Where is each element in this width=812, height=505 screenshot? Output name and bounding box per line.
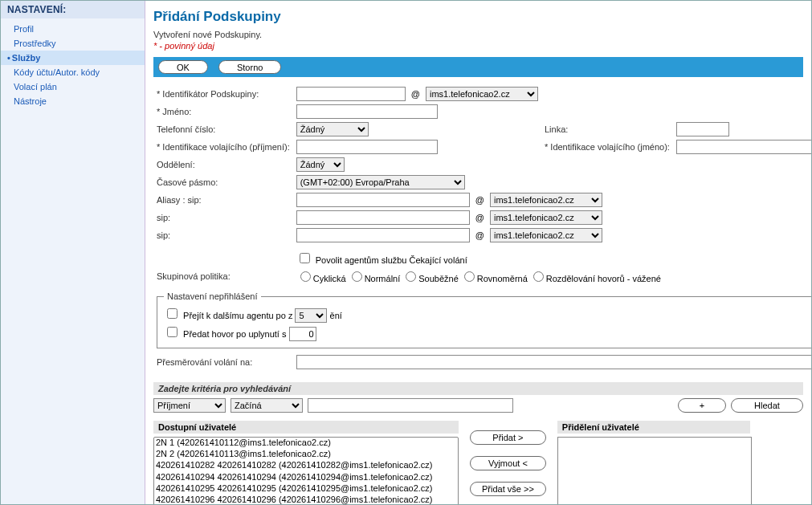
tz-select[interactable]: (GMT+02:00) Evropa/Praha [296,175,465,189]
policy-radio[interactable] [352,271,362,282]
search-field-select[interactable]: Příjmení [153,398,226,413]
ext-label: Linka: [541,120,673,138]
alias2-domain-select[interactable]: ims1.telefonicao2.cz [490,210,602,225]
id-label: * Identifikátor Podskupiny: [153,85,293,103]
policy-radio[interactable] [406,271,416,282]
phone-label: Telefonní číslo: [153,120,293,138]
clid-last-label: * Identifikace volajícího (příjmení): [153,138,293,156]
sidebar-item[interactable]: Nástroje [1,94,145,108]
at-sign-3: @ [472,230,488,240]
sidebar-item[interactable]: Kódy účtu/Autor. kódy [1,65,145,79]
noans-fieldset: Nastavení nepřihlášení Přejít k dalšímu … [157,291,811,348]
sidebar-list: ProfilProstředkySlužbyKódy účtu/Autor. k… [1,18,145,112]
sidebar: NASTAVENÍ: ProfilProstředkySlužbyKódy úč… [1,1,145,504]
policy-options: CyklickáNormálníSouběžnéRovnoměrnáRozděl… [293,267,811,285]
remove-button[interactable]: Vyjmout < [470,456,546,470]
policy-radio[interactable] [464,271,475,282]
page-title: Přidání Podskupiny [153,9,803,25]
dept-label: Oddělení: [153,156,293,173]
skip-rings-select[interactable]: 5 [295,308,327,323]
search-go-button[interactable]: Hledat [731,398,803,413]
form-table: * Identifikátor Podskupiny: @ ims1.telef… [153,85,811,371]
page-subtitle: Vytvoření nové Podskupiny. [153,30,803,39]
action-bar: OK Storno [153,57,803,77]
name-input[interactable] [296,104,438,119]
assigned-list[interactable] [557,437,752,504]
alias3-label: sip: [153,226,293,244]
allow-cw-checkbox[interactable] [300,253,310,263]
skip-checkbox[interactable] [167,308,177,319]
allow-cw-label: Povolit agentům službu Čekající volání [316,255,467,265]
add-all-button[interactable]: Přidat vše >> [470,482,546,496]
policy-radio[interactable] [533,271,544,282]
id-input[interactable] [296,87,406,101]
policy-label: Skupinová politika: [153,267,293,285]
fwd-checkbox[interactable] [167,327,177,337]
ok-button[interactable]: OK [158,60,208,74]
fwd-label: Předat hovor po uplynutí s [183,329,286,339]
search-op-select[interactable]: Začíná [231,398,303,413]
assigned-heading: Přidělení uživatelé [557,421,750,434]
at-sign-1: @ [472,195,488,205]
alias2-input[interactable] [296,210,470,225]
sidebar-item[interactable]: Prostředky [1,36,145,51]
required-note: * - povinný údaj [153,41,803,51]
sidebar-item[interactable]: Volací plán [1,79,145,94]
sidebar-item[interactable]: Profil [1,22,145,36]
user-lists: Dostupní uživatelé 2N 1 (420261410112@im… [153,416,803,504]
clid-last-input[interactable] [296,140,438,154]
alias1-input[interactable] [296,193,470,207]
alias3-domain-select[interactable]: ims1.telefonicao2.cz [490,228,602,242]
search-heading: Zadejte kritéria pro vyhledávání [153,382,803,395]
sidebar-item[interactable]: Služby [1,51,145,65]
forward-input[interactable] [296,355,811,369]
skip-label-b: ění [330,311,342,320]
forward-label: Přesměrování volání na: [153,353,293,371]
id-domain-select[interactable]: ims1.telefonicao2.cz [426,87,538,101]
alias2-label: sip: [153,209,293,226]
main-content: Přidání Podskupiny Vytvoření nové Podsku… [145,1,811,504]
add-button[interactable]: Přidat > [470,430,546,445]
at-sign-2: @ [472,213,488,222]
dept-select[interactable]: Žádný [296,157,345,172]
search-value-input[interactable] [308,398,513,413]
ext-input[interactable] [676,122,729,136]
alias3-input[interactable] [296,228,470,242]
sidebar-heading: NASTAVENÍ: [1,1,145,18]
at-sign: @ [408,89,423,99]
search-row: Příjmení Začíná + Hledat [153,395,803,416]
available-heading: Dostupní uživatelé [153,421,459,434]
storno-button[interactable]: Storno [218,60,281,74]
phone-select[interactable]: Žádný [296,122,369,136]
clid-first-input[interactable] [676,140,811,154]
policy-radio[interactable] [300,271,311,282]
noans-legend: Nastavení nepřihlášení [164,291,261,301]
name-label: * Jméno: [153,103,293,120]
alias1-label: Aliasy : sip: [153,191,293,209]
available-list[interactable]: 2N 1 (420261410112@ims1.telefonicao2.cz)… [153,437,459,504]
tz-label: Časové pásmo: [153,173,293,191]
fwd-secs-input[interactable] [289,327,316,341]
search-add-button[interactable]: + [678,398,726,413]
clid-first-label: * Identifikace volajícího (jméno): [541,138,673,156]
skip-label-a: Přejít k dalšímu agentu po z [183,311,292,320]
alias1-domain-select[interactable]: ims1.telefonicao2.cz [490,193,602,207]
